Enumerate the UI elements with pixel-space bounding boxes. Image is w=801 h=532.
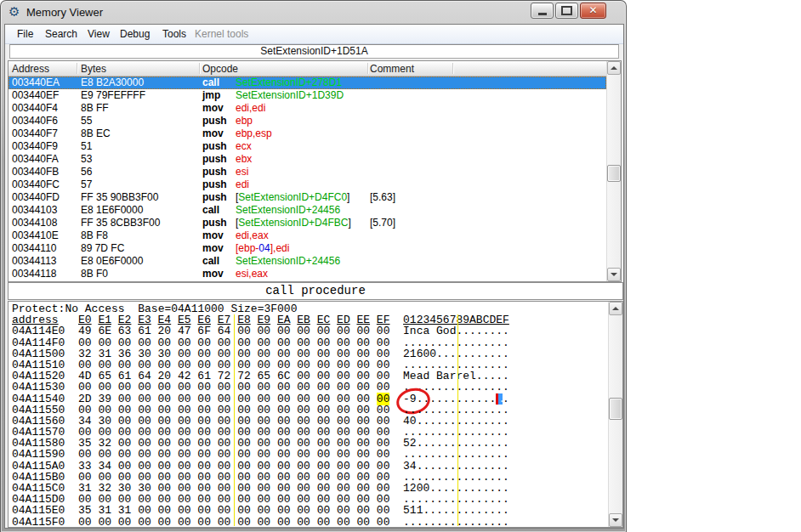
operand-segment: SetExtensionID+D4FBC (238, 217, 348, 229)
operand-segment: 04 (258, 242, 270, 254)
dump-byte-cell[interactable]: 00 (78, 517, 98, 527)
dump-byte-cell[interactable]: 00 (158, 517, 178, 527)
spacer (396, 405, 403, 416)
instruction-address: 003440F7 (12, 127, 58, 140)
dump-byte-cell[interactable]: 00 (258, 517, 277, 527)
spacer (396, 325, 403, 337)
dump-row-address: 04A11530 (12, 382, 78, 393)
scroll-down-button[interactable] (609, 513, 622, 527)
vertical-scrollbar[interactable] (606, 61, 621, 281)
minimize-button[interactable] (531, 3, 554, 19)
disasm-row[interactable]: 003440EAE8 B2A30000callSetExtensionID+27… (9, 76, 606, 89)
dump-byte-cell[interactable]: 00 (197, 517, 217, 527)
operand-segment: [ebp- (236, 242, 258, 254)
dump-byte-value: 00 (98, 516, 111, 527)
operand-segment: ] (348, 217, 350, 229)
disasm-row[interactable]: 00344108FF 35 8CBB3F00push[SetExtensionI… (9, 217, 606, 229)
scrollbar-thumb[interactable] (609, 398, 622, 420)
scroll-up-button[interactable] (609, 302, 622, 315)
maximize-button[interactable] (555, 3, 578, 19)
spacer (396, 348, 403, 359)
dump-row[interactable]: 04A115F000000000000000000000000000000000… (12, 517, 608, 527)
menu-item-file[interactable]: File (14, 27, 36, 41)
column-header-address: Address (12, 63, 49, 75)
operand-segment: SetExtensionID+1D39D (236, 89, 344, 101)
dump-byte-cell[interactable]: 00 (237, 517, 257, 527)
dump-ascii-text[interactable]: ................ (403, 517, 509, 527)
disasm-row[interactable]: 003440F48B FFmovedi,edi (9, 102, 606, 115)
vertical-scrollbar[interactable] (608, 302, 622, 527)
menu-item-search[interactable]: Search (43, 27, 80, 41)
disasm-row[interactable]: 003440FB56pushesi (9, 166, 606, 178)
instruction-address: 00344113 (12, 255, 57, 268)
column-header-comment: Comment (370, 63, 414, 75)
instruction-mnemonic: push (202, 217, 227, 229)
column-separator (77, 63, 78, 74)
menu-item-tools[interactable]: Tools (160, 27, 189, 41)
disasm-row[interactable]: 0034411089 7D FCmov[ebp-04],edi (9, 242, 606, 255)
dump-ascii-text[interactable]: 21600........... (403, 348, 509, 359)
scroll-up-button[interactable] (607, 61, 621, 75)
disassembly-panel: AddressBytesOpcodeComment 003440EAE8 B2A… (8, 60, 622, 282)
edit-cursor[interactable]: . (496, 393, 503, 405)
dump-byte-cell[interactable]: 00 (377, 517, 396, 527)
dump-byte-value: 00 (377, 516, 390, 527)
column-separator (199, 63, 201, 74)
dump-byte-value: 00 (317, 516, 331, 527)
dump-ascii-text[interactable]: ................ (403, 449, 509, 460)
dump-ascii-text[interactable]: ................ (403, 405, 509, 416)
disasm-row[interactable]: 003440FA53pushebx (9, 153, 606, 166)
instruction-operand: edi,eax (236, 229, 269, 242)
down-arrow-icon (611, 273, 617, 276)
dump-byte-cell[interactable]: 00 (118, 517, 138, 527)
dump-byte-cell[interactable]: 00 (297, 517, 316, 527)
disasm-row[interactable]: 0034410E8B F8movedi,eax (9, 229, 606, 242)
operand-segment: ],edi (270, 242, 290, 254)
instruction-bytes: E9 79FEFFFF (81, 89, 145, 102)
disasm-row[interactable]: 003440F78B ECmovebp,esp (9, 127, 606, 140)
instruction-bytes: E8 0E6F0000 (81, 255, 143, 268)
disasm-row[interactable]: 003441188B F0movesi,eax (9, 268, 606, 280)
titlebar[interactable]: ⚙ Memory Viewer ✕ (1, 1, 626, 24)
disasm-row[interactable]: 003440EFE9 79FEFFFFjmpSetExtensionID+1D3… (9, 89, 606, 102)
dump-ascii-text[interactable]: ................ (403, 337, 509, 348)
dump-byte-value: 00 (158, 516, 172, 527)
dump-byte-value: 00 (197, 516, 211, 527)
dump-byte-cell[interactable]: 00 (356, 517, 376, 527)
dump-byte-cell[interactable]: 00 (337, 517, 356, 527)
disasm-row[interactable]: 003440FDFF 35 90BB3F00push[SetExtensionI… (9, 191, 606, 204)
dump-byte-value: 00 (218, 516, 231, 527)
menu-item-debug[interactable]: Debug (117, 27, 152, 41)
dump-byte-cell[interactable]: 00 (138, 517, 157, 527)
disasm-row[interactable]: 00344103E8 1E6F0000callSetExtensionID+24… (9, 204, 606, 217)
disassembly-header: AddressBytesOpcodeComment (9, 61, 606, 76)
dump-ascii-text[interactable]: Inca God........ (403, 325, 509, 337)
disasm-row[interactable]: 003440F655pushebp (9, 115, 606, 127)
dump-byte-cell[interactable]: 00 (98, 517, 117, 527)
dump-byte-cell[interactable]: 00 (317, 517, 337, 527)
instruction-mnemonic: push (202, 115, 227, 127)
instruction-operand: esi (236, 166, 248, 178)
window-title: Memory Viewer (26, 6, 103, 19)
down-arrow-icon (612, 518, 619, 522)
dump-ascii-text[interactable]: 34.............. (403, 461, 509, 472)
dump-byte-value: 00 (118, 516, 132, 527)
dump-ascii-text[interactable]: 511............. (403, 505, 509, 516)
dump-byte-cell[interactable]: 00 (377, 382, 396, 393)
dump-ascii-text[interactable]: . (503, 393, 509, 405)
dump-row-address: 04A115F0 (12, 517, 78, 527)
scroll-down-button[interactable] (607, 268, 621, 281)
operand-segment: ebp (236, 115, 253, 127)
scrollbar-thumb[interactable] (607, 165, 621, 182)
operand-segment: esi,eax (236, 268, 268, 280)
close-button[interactable]: ✕ (580, 3, 606, 19)
dump-byte-cell[interactable]: 00 (178, 517, 197, 527)
spacer (396, 461, 403, 472)
disasm-row[interactable]: 003440F951pushecx (9, 140, 606, 153)
disasm-row[interactable]: 00344113E8 0E6F0000callSetExtensionID+24… (9, 255, 606, 268)
operand-segment: edi,eax (236, 229, 269, 241)
menu-item-view[interactable]: View (85, 27, 112, 41)
disasm-row[interactable]: 003440FC57pushedi (9, 178, 606, 191)
dump-byte-cell[interactable]: 00 (277, 517, 297, 527)
instruction-address: 00344118 (12, 268, 57, 280)
